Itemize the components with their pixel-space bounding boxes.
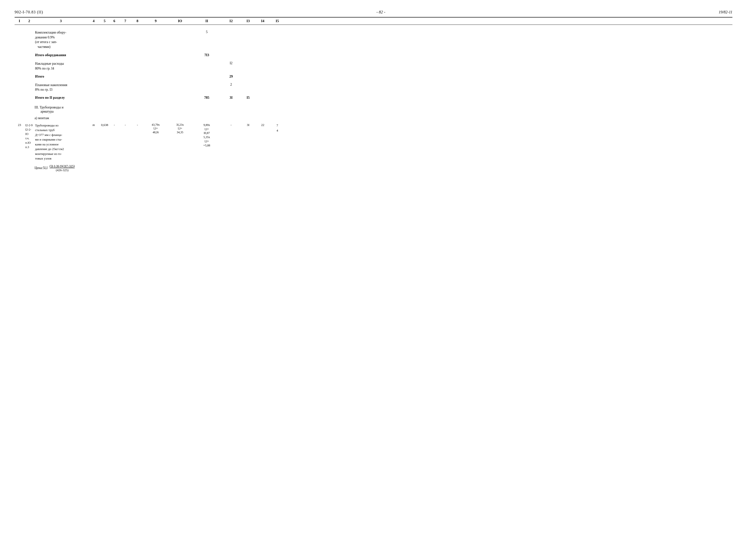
cell-r4-c2	[24, 74, 34, 75]
cell-r3-c9	[144, 61, 168, 62]
cell-r2-c4	[87, 53, 100, 54]
table-row: Накладные расходы80% по гр. I4 I2	[15, 58, 732, 72]
cell-r1-c5	[100, 30, 109, 31]
doc-number: 902-I-70.83 (II)	[15, 10, 43, 15]
col-header-3: 3	[34, 19, 87, 23]
price-row: Цена:5I,I (5I,I-36,9)(3I7-325) (426-325)	[15, 162, 732, 172]
col-header-1: I	[15, 19, 24, 23]
cell-r2-c3: Итого оборудования	[34, 53, 87, 58]
cell-r1-c12	[221, 30, 241, 31]
cell-r6-c14	[255, 95, 270, 96]
table-row: 23 I2-2-9I2-2-IOт.ч.п.IOп.3 Трубопроводы…	[15, 122, 732, 162]
cell-r6-c2	[24, 95, 34, 96]
cell-r6-c1	[15, 95, 24, 96]
cell-r2-c5	[100, 53, 109, 54]
cell-r3-c5	[100, 61, 109, 62]
page-number: - 82 -	[376, 10, 385, 15]
cell-r3-c1	[15, 61, 24, 62]
cell-r5-c13	[241, 82, 255, 83]
cell-r3-c12: I2	[221, 61, 241, 65]
cell-r7-c9: 43,79xI,I=48,I6	[144, 123, 168, 135]
cell-r7-c8: -	[131, 123, 144, 127]
cell-r6-c8	[131, 95, 144, 96]
cell-r4-c8	[131, 74, 144, 75]
cell-r6-c13: I5	[241, 95, 255, 100]
cell-r3-c8	[131, 61, 144, 62]
cell-r6-c5	[100, 95, 109, 96]
cell-r3-c6	[109, 61, 119, 62]
section-3-label: III. Трубопроводы и арматура	[34, 106, 63, 113]
cell-r1-c15	[270, 30, 285, 31]
cell-r6-c11: 785	[192, 95, 221, 100]
cell-r7-c14: 22	[255, 123, 270, 127]
cell-r5-c14	[255, 82, 270, 83]
cell-r6-c6	[109, 95, 119, 96]
price-label: Цена:5I,I	[34, 166, 48, 170]
col-header-2: 2	[24, 19, 34, 23]
cell-r6-c3: Итого по II разделу	[34, 95, 87, 100]
cell-r6-c4	[87, 95, 100, 96]
cell-r1-c9	[144, 30, 168, 31]
cell-r5-c7	[119, 82, 131, 83]
cell-r2-c9	[144, 53, 168, 54]
cell-r5-c4	[87, 82, 100, 83]
main-table: I 2 3 4 5 6 7 8 9 IO II I2 I3 I4 I5 Комп…	[15, 17, 732, 172]
col-header-8: 8	[131, 19, 144, 23]
cell-r5-c6	[109, 82, 119, 83]
cell-r5-c11	[192, 82, 221, 83]
cell-r7-c10: 3I,23xI,I=34,35	[168, 123, 192, 135]
subsection-a-label: а) монтаж	[34, 116, 49, 120]
cell-r6-c9	[144, 95, 168, 96]
page-header: 902-I-70.83 (II) - 82 - 19/82-11	[15, 10, 732, 15]
cell-r4-c4	[87, 74, 100, 75]
cell-r1-c2	[24, 30, 34, 31]
col-header-4: 4	[87, 19, 100, 23]
cell-r5-c9	[144, 82, 168, 83]
col-header-15: I5	[270, 19, 285, 23]
cell-r3-c14	[255, 61, 270, 62]
subsection-a-title: а) монтаж	[15, 115, 732, 122]
cell-r6-c15	[270, 95, 285, 96]
cell-r4-c14	[255, 74, 270, 75]
cell-r4-c3: Итого	[34, 74, 87, 79]
cell-r5-c15	[270, 82, 285, 83]
table-row: Плановые накопления8% по гр. I3 2	[15, 80, 732, 94]
table-header: I 2 3 4 5 6 7 8 9 IO II I2 I3 I4 I5	[15, 17, 732, 25]
cell-r5-c3: Плановые накопления8% по гр. I3	[34, 82, 87, 92]
cell-r2-c11: 7I3	[192, 53, 221, 58]
cell-r4-c7	[119, 74, 131, 75]
cell-r3-c2	[24, 61, 34, 62]
cell-r3-c13	[241, 61, 255, 62]
cell-r1-c3: Комплектация обору-дования 0.9%(от итога…	[34, 30, 87, 50]
cell-r4-c13	[241, 74, 255, 75]
cell-r4-c15	[270, 74, 285, 75]
col-header-14: I4	[255, 19, 270, 23]
cell-r1-c10	[168, 30, 192, 31]
cell-r1-c13	[241, 30, 255, 31]
cell-r2-c2	[24, 53, 34, 54]
col-header-5: 5	[100, 19, 109, 23]
table-row: Итого 29	[15, 72, 732, 80]
cell-r1-c8	[131, 30, 144, 31]
cell-r2-c13	[241, 53, 255, 54]
cell-r4-c10	[168, 74, 192, 75]
cell-r5-c8	[131, 82, 144, 83]
cell-r7-c6: -	[109, 123, 119, 127]
cell-r2-c14	[255, 53, 270, 54]
cell-r6-c12: 3I	[221, 95, 241, 100]
cell-r7-c13: 3I	[241, 123, 255, 127]
cell-r7-c15: 74	[270, 123, 285, 134]
col-header-7: 7	[119, 19, 131, 23]
cell-r6-c10	[168, 95, 192, 96]
doc-ref: 19/82-11	[719, 10, 732, 15]
cell-r4-c11	[192, 74, 221, 75]
cell-r7-c4: т	[87, 123, 100, 127]
cell-r1-c1	[15, 30, 24, 31]
table-row: Итого оборудования 7I3	[15, 50, 732, 58]
cell-r7-c7: -	[119, 123, 131, 127]
cell-r2-c12	[221, 53, 241, 54]
cell-r1-c4	[87, 30, 100, 31]
col-header-13: I3	[241, 19, 255, 23]
col-header-10: IO	[168, 19, 192, 23]
cell-r7-c1: 23	[15, 123, 24, 127]
